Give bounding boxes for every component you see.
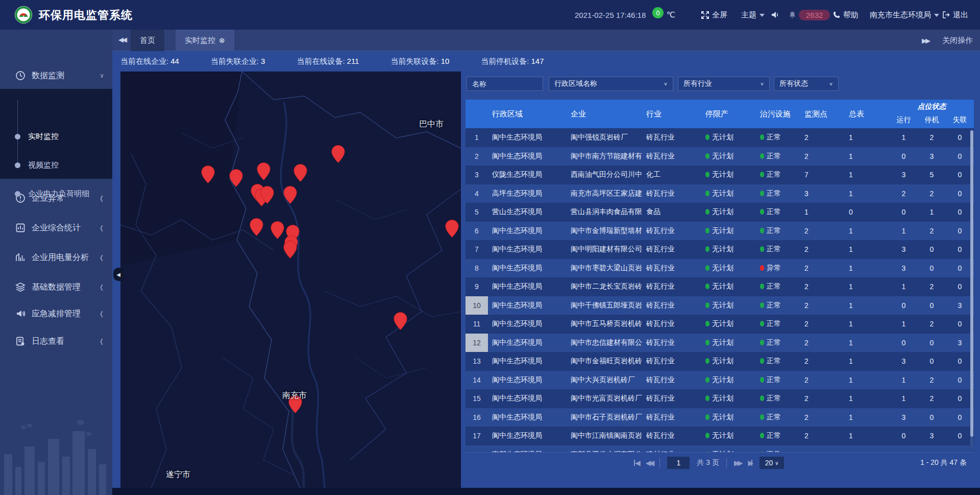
sidebar-subitem-3[interactable]: 企业电力负荷明细: [0, 187, 112, 200]
audio-toggle-button[interactable]: [772, 0, 779, 30]
scrollbar-thumb[interactable]: [970, 130, 973, 437]
map-pin-icon[interactable]: [260, 186, 274, 204]
prev-page-button[interactable]: ◀◀: [646, 459, 653, 467]
next-page-button[interactable]: ▶▶: [734, 459, 741, 467]
map-pin-icon[interactable]: [331, 145, 345, 163]
status-dot-icon: [760, 302, 764, 308]
table-row[interactable]: 2阆中生态环境局阆中市南方节能建材有砖瓦行业无计划正常21030: [465, 147, 974, 166]
table-row[interactable]: 12阆中生态环境局阆中市忠信建材有限公砖瓦行业无计划正常21003: [465, 334, 974, 352]
stat-value: 147: [531, 57, 544, 65]
status-dot-icon: [760, 321, 764, 326]
theme-dropdown[interactable]: 主题: [741, 0, 765, 30]
row-run-count: 2: [890, 190, 918, 198]
map-pin-icon[interactable]: [445, 220, 459, 238]
table-row[interactable]: 10阆中生态环境局阆中千佛镇五郎垭页岩砖瓦行业无计划正常21003: [465, 296, 974, 315]
fullscreen-button[interactable]: 全屏: [701, 0, 727, 30]
row-index: 16: [465, 408, 488, 427]
sidebar-subitem-2[interactable]: 视频监控: [0, 159, 112, 171]
table-row[interactable]: 14阆中生态环境局阆中大兴页岩机砖厂砖瓦行业无计划正常21120: [465, 371, 974, 390]
pagination-bar: ◀ ◀◀ 1 共 3 页 ▶▶ ▶ 20 ∨ 1 - 20 共 47 条: [465, 452, 974, 473]
chevron-left-icon: ❬: [99, 310, 104, 317]
close-operations[interactable]: ▶▶ 关闭操作: [922, 30, 973, 51]
map-pin-icon[interactable]: [283, 241, 297, 258]
row-industry: 砖瓦行业: [646, 394, 705, 403]
row-index: 11: [465, 315, 488, 334]
table-row[interactable]: 1阆中生态环境局阆中强锐页岩砖厂砖瓦行业无计划正常21120: [465, 128, 974, 147]
row-industry: 食品: [646, 207, 705, 217]
map-pin-icon[interactable]: [250, 218, 263, 236]
row-company: 阆中大兴页岩机砖厂: [571, 375, 646, 385]
row-industry: 砖瓦行业: [646, 338, 705, 347]
row-halt-count: 2: [918, 190, 946, 198]
map-pin-icon[interactable]: [257, 162, 271, 180]
status-dot-icon: [705, 209, 709, 215]
table-row[interactable]: 3仪陇生态环境局西南油气田分公司川中化工无计划正常71350: [465, 166, 974, 184]
logout-button[interactable]: 退出: [942, 0, 968, 30]
region-filter-select[interactable]: 行政区域名称 ∨: [549, 77, 673, 91]
row-facility-status: 正常: [760, 207, 804, 217]
sidebar-item-4[interactable]: 企业用电量分析❬: [0, 244, 112, 271]
tab-1[interactable]: 首页: [131, 30, 164, 51]
tabs-scroll-left-button[interactable]: ◀◀: [118, 36, 126, 43]
page-size-select[interactable]: 20 ∨: [760, 457, 784, 469]
row-monitor-count: 2: [804, 227, 849, 235]
sidebar-item-3[interactable]: 企业综合统计❬: [0, 215, 112, 241]
tab-2[interactable]: 实时监控⊗: [176, 30, 234, 51]
table-row[interactable]: 17阆中生态环境局阆中市江南镇阆南页岩砖瓦行业无计划正常21030: [465, 427, 974, 445]
row-run-count: 0: [890, 152, 918, 160]
map-pin-icon[interactable]: [271, 221, 284, 239]
chevron-down-icon: ∨: [775, 460, 778, 466]
row-meter-count: 1: [849, 357, 890, 365]
table-row[interactable]: 5营山生态环境局营山县润丰肉食品有限食品无计划正常10010: [465, 203, 974, 222]
table-scrollbar[interactable]: [970, 130, 973, 448]
page-number-input[interactable]: 1: [667, 457, 690, 469]
map-pin-icon[interactable]: [394, 312, 407, 330]
map-pin-icon[interactable]: [201, 166, 215, 183]
row-halt-count: 2: [918, 376, 946, 384]
row-run-count: 1: [890, 227, 918, 235]
status-filter-select[interactable]: 所有状态 ∨: [774, 77, 839, 91]
sidebar-item-label: 数据监测: [32, 70, 64, 81]
first-page-button[interactable]: ◀: [634, 459, 639, 467]
org-dropdown[interactable]: 南充市生态环境局: [870, 0, 939, 30]
last-page-button[interactable]: ▶: [748, 459, 752, 467]
table-row[interactable]: 13阆中生态环境局阆中市金福旺页岩机砖砖瓦行业无计划正常21300: [465, 352, 974, 371]
stat-label: 当前停机设备:: [481, 57, 529, 65]
table-row[interactable]: 4高坪生态环境局南充市高坪区王家店建砖瓦行业无计划正常31220: [465, 184, 974, 203]
sidebar-item-6[interactable]: 应急减排管理❬: [0, 300, 112, 327]
table-row[interactable]: 11阆中生态环境局阆中市五马桥页岩机砖砖瓦行业无计划正常21120: [465, 315, 974, 334]
row-meter-count: 1: [849, 264, 890, 272]
map-pin-icon[interactable]: [229, 169, 243, 187]
sidebar-subitem-1[interactable]: 实时监控: [0, 130, 112, 143]
industry-filter-select[interactable]: 所有行业 ∨: [678, 77, 770, 91]
table-row[interactable]: 6阆中生态环境局阆中市金博瑞新型墙材砖瓦行业无计划正常21120: [465, 222, 974, 241]
row-company: 阆中市五马桥页岩机砖: [571, 319, 646, 328]
close-icon[interactable]: ⊗: [219, 36, 225, 44]
sidebar-item-1[interactable]: 数据监测∨: [0, 62, 112, 89]
table-row[interactable]: 16阆中生态环境局阆中市石子页岩机砖厂砖瓦行业无计划正常21300: [465, 408, 974, 427]
name-filter-input[interactable]: [472, 80, 537, 88]
col-facility: 治污设施: [760, 100, 804, 128]
table-row[interactable]: 18南部生态环境局南部县双佛水泥有限公建材行业无计划正常60060: [465, 445, 974, 453]
row-monitor-count: 2: [804, 394, 849, 403]
row-facility-status: 正常: [760, 431, 804, 440]
table-row[interactable]: 9阆中生态环境局阆中市二龙长宝页岩砖砖瓦行业无计划正常21120: [465, 277, 974, 296]
table-row[interactable]: 8阆中生态环境局阆中市枣碧大梁山页岩砖瓦行业无计划异常21300: [465, 259, 974, 278]
map-collapse-button[interactable]: ◀: [113, 268, 124, 281]
map-pin-icon[interactable]: [293, 164, 307, 182]
row-run-count: 0: [890, 208, 918, 216]
map-pin-icon[interactable]: [283, 186, 297, 204]
notifications[interactable]: 2632: [789, 0, 830, 30]
status-dot-icon: [705, 246, 709, 252]
row-stop-status: 无计划: [705, 357, 760, 366]
row-industry: 砖瓦行业: [646, 319, 705, 328]
tabs-scroll-right-button[interactable]: ▶▶: [922, 37, 929, 44]
table-row[interactable]: 7阆中生态环境局阆中明阳建材有限公司砖瓦行业无计划正常21300: [465, 240, 974, 259]
row-lost-count: 0: [946, 208, 974, 216]
map-panel[interactable]: 巴中市南充市遂宁市: [120, 72, 461, 488]
sidebar-item-5[interactable]: 基础数据管理❬: [0, 274, 112, 300]
table-row[interactable]: 15阆中生态环境局阆中市光富页岩机砖厂砖瓦行业无计划正常21120: [465, 389, 974, 408]
help-button[interactable]: 帮助: [833, 0, 859, 30]
sidebar-item-7[interactable]: 日志查看❬: [0, 328, 112, 355]
name-filter[interactable]: [467, 77, 543, 91]
